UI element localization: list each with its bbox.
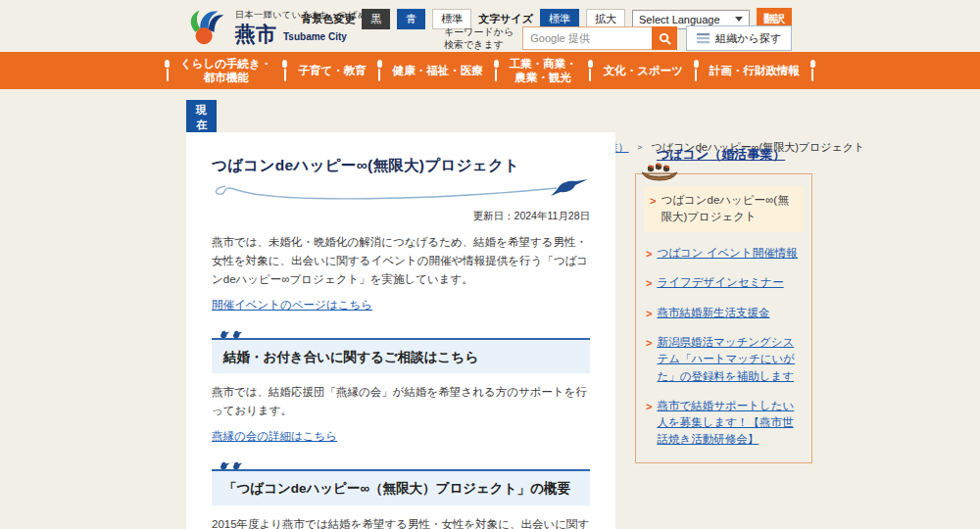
- updated-date: 更新日：2024年11月28日: [212, 210, 590, 223]
- sidebar-item-newlife-subsidy[interactable]: > 燕市結婚新生活支援金: [646, 305, 802, 322]
- event-page-link[interactable]: 開催イベントのページはこちら: [212, 298, 372, 313]
- city-name: 燕市: [235, 24, 276, 44]
- nav-item-industry[interactable]: 工業・商業・ 農業・観光: [498, 57, 589, 85]
- nav-divider: [811, 60, 814, 81]
- bird-nest-icon: [638, 161, 681, 182]
- nav-divider: [495, 60, 498, 81]
- title-swoosh-swallow-icon: [212, 178, 590, 204]
- nav-divider: [695, 60, 698, 81]
- nav-item-childcare[interactable]: 子育て・教育: [286, 64, 377, 77]
- chevron-right-icon: >: [646, 245, 652, 263]
- enen-no-kai-link[interactable]: 燕縁の会の詳細はこちら: [212, 429, 337, 444]
- nav-divider: [378, 60, 381, 81]
- tsubame-city-logo-icon: [186, 7, 227, 46]
- chevron-right-icon: >: [646, 274, 652, 292]
- sidebar-item-life-design-seminar[interactable]: > ライフデザインセミナー: [646, 274, 802, 292]
- section-overview-title: 「つばコンdeハッピー∞（無限大）プロジェクト」の概要: [223, 480, 578, 498]
- org-search-button[interactable]: 組織から探す: [686, 25, 792, 51]
- chevron-right-icon: >: [646, 398, 652, 449]
- search-hint: キーワードから 検索できます: [444, 25, 514, 51]
- global-nav: くらしの手続き・ 都市機能 子育て・教育 健康・福祉・医療 工業・商業・ 農業・…: [0, 52, 980, 89]
- consultation-paragraph: 燕市では、結婚応援団「燕縁の会」が結婚を希望される方のサポートを行っております。: [212, 383, 590, 420]
- section-overview-heading: 「つばコンdeハッピー∞（無限大）プロジェクト」の概要: [212, 469, 590, 505]
- sidebar-item-heart-match-niigata[interactable]: > 新潟県婚活マッチングシステム「ハートマッチにいがた」の登録料を補助します: [646, 334, 802, 385]
- chevron-right-icon: >: [646, 334, 652, 385]
- bg-black-button[interactable]: 黒: [362, 9, 390, 29]
- section-consultation-heading: 結婚・お付き合いに関するご相談はこちら: [212, 338, 590, 374]
- two-birds-icon: [218, 458, 249, 470]
- overview-paragraph-1: 2015年度より燕市では結婚を希望する男性・女性を対象に、出会いに関するイベント…: [212, 515, 590, 529]
- search-icon: [659, 32, 671, 45]
- bg-color-label: 背景色変更: [301, 12, 355, 26]
- city-name-en: Tsubame City: [283, 31, 347, 44]
- nav-item-health[interactable]: 健康・福祉・医療: [381, 64, 495, 77]
- nav-item-living[interactable]: くらしの手続き・ 都市機能: [169, 57, 283, 85]
- chevron-right-icon: >: [646, 305, 652, 322]
- chevron-right-icon: >: [650, 192, 656, 226]
- sidebar: つばコン（婚活事業） > つばコンdeハッピー∞(無限大)プロジェクト > つば…: [635, 145, 812, 463]
- sidebar-menu: > つばコンdeハッピー∞(無限大)プロジェクト > つばコン イベント開催情報…: [635, 173, 812, 463]
- intro-paragraph: 燕市では、未婚化・晩婚化の解消につなげるため、結婚を希望する男性・女性を対象に、…: [212, 233, 590, 289]
- two-birds-icon: [218, 327, 249, 339]
- font-size-label: 文字サイズ: [478, 12, 533, 26]
- sidebar-item-event-info[interactable]: > つばコン イベント開催情報: [646, 245, 802, 263]
- page-title: つばコンdeハッピー∞(無限大)プロジェクト: [212, 156, 590, 176]
- nav-item-administration[interactable]: 計画・行財政情報: [698, 64, 811, 77]
- search-button[interactable]: [652, 26, 677, 50]
- section-consultation-title: 結婚・お付き合いに関するご相談はこちら: [223, 349, 578, 366]
- bg-blue-button[interactable]: 青: [397, 9, 425, 29]
- search-area: キーワードから 検索できます 組織から探す: [444, 25, 792, 51]
- nav-divider: [283, 60, 286, 81]
- main-content: つばコンdeハッピー∞(無限大)プロジェクト 更新日：2024年11月28日 燕…: [186, 132, 615, 529]
- sidebar-item-support-recruitment[interactable]: > 燕市で結婚サポートしたい人を募集します！【燕市世話焼き活動研修会】: [646, 398, 802, 449]
- search-input[interactable]: [522, 26, 652, 50]
- sidebar-item-project-current: > つばコンdeハッピー∞(無限大)プロジェクト: [644, 186, 804, 232]
- nav-divider: [589, 60, 592, 81]
- chevron-down-icon: [735, 17, 743, 22]
- site-header: 日本一輝いているまち・つばめ 燕市 Tsubame City 背景色変更 黒 青…: [0, 0, 980, 52]
- nav-item-culture[interactable]: 文化・スポーツ: [592, 64, 695, 77]
- nav-divider: [166, 60, 169, 81]
- organization-icon: [697, 33, 710, 44]
